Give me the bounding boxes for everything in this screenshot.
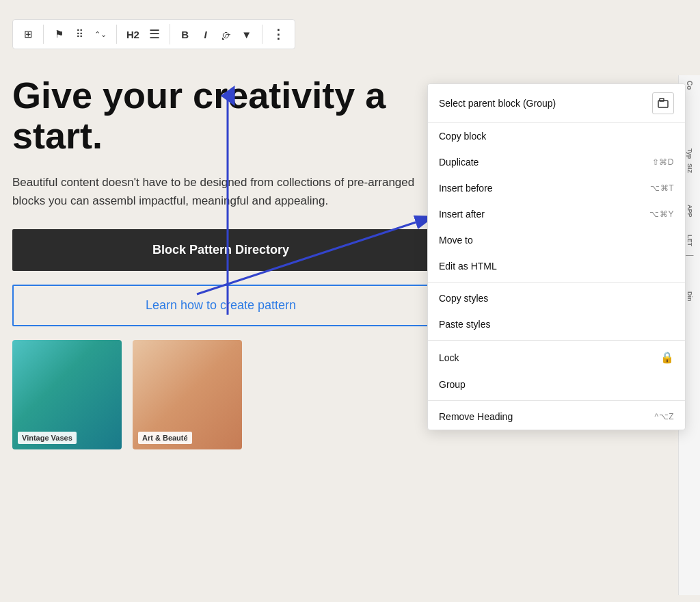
copy-block-item[interactable]: Copy block: [428, 123, 685, 149]
lock-item[interactable]: Lock 🔒: [428, 343, 685, 371]
context-menu-title: Select parent block (Group): [439, 98, 556, 109]
duplicate-shortcut: ⇧⌘D: [652, 157, 674, 167]
body-paragraph: Beautiful content doesn't have to be des…: [12, 173, 429, 210]
co-label: Co: [686, 81, 693, 90]
remove-heading-shortcut: ^⌥Z: [655, 412, 674, 421]
link-button[interactable]: ⌮: [217, 25, 236, 44]
copy-block-label: Copy block: [439, 131, 486, 142]
move-to-item[interactable]: Move to: [428, 227, 685, 253]
size-label: SIZ: [686, 163, 693, 173]
move-to-label: Move to: [439, 235, 473, 246]
lock-icon: 🔒: [660, 351, 674, 364]
image-card-vases-label: Vintage Vases: [18, 432, 77, 444]
move-up-down-button[interactable]: ⌃⌄: [90, 25, 111, 44]
toolbar-group-heading: H2 ☰: [122, 24, 170, 44]
divider-3: [428, 400, 685, 401]
block-icon-button[interactable]: ⊞: [18, 25, 38, 44]
edit-html-label: Edit as HTML: [439, 261, 497, 272]
app-label: APP: [686, 205, 693, 218]
link-cta-button[interactable]: Learn how to create pattern: [12, 285, 429, 326]
drag-handle-button[interactable]: ⠿: [70, 25, 89, 44]
paste-styles-label: Paste styles: [439, 319, 490, 330]
copy-styles-label: Copy styles: [439, 293, 488, 304]
h2-label: H2: [126, 29, 139, 40]
insert-before-shortcut: ⌥⌘T: [650, 183, 674, 193]
toolbar-group-more: ⋮: [268, 24, 289, 44]
parent-block-icon[interactable]: [652, 92, 674, 114]
toolbar-group-formatting: B I ⌮ ▼: [176, 25, 262, 44]
cta-button[interactable]: Block Pattern Directory: [12, 229, 429, 271]
list-style-button[interactable]: ☰: [145, 24, 164, 44]
toolbar-group-block: ⊞: [18, 25, 44, 44]
lock-label: Lock: [439, 352, 459, 363]
three-dots-button[interactable]: ⋮: [268, 24, 289, 44]
divider-1: [428, 282, 685, 283]
paste-styles-item[interactable]: Paste styles: [428, 311, 685, 337]
svg-rect-5: [660, 99, 664, 101]
remove-heading-label: Remove Heading: [439, 411, 513, 422]
page-heading: Give your creativity a start.: [12, 75, 422, 157]
duplicate-item[interactable]: Duplicate ⇧⌘D: [428, 149, 685, 175]
duplicate-label: Duplicate: [439, 157, 479, 168]
divider-2: [428, 340, 685, 341]
insert-after-label: Insert after: [439, 209, 485, 220]
insert-before-item[interactable]: Insert before ⌥⌘T: [428, 175, 685, 201]
insert-after-shortcut: ⌥⌘Y: [649, 209, 674, 219]
insert-after-item[interactable]: Insert after ⌥⌘Y: [428, 201, 685, 227]
insert-before-label: Insert before: [439, 183, 493, 194]
image-card-art: Art & Beauté: [133, 340, 242, 449]
let-label: LET: [686, 235, 693, 246]
more-options-chevron[interactable]: ▼: [237, 25, 256, 44]
group-label: Group: [439, 379, 466, 390]
toolbar-group-controls: ⚑ ⠿ ⌃⌄: [49, 25, 117, 44]
remove-heading-item[interactable]: Remove Heading ^⌥Z: [428, 404, 685, 430]
image-card-art-label: Art & Beauté: [138, 432, 192, 444]
dash-symbol: —: [686, 250, 694, 260]
image-card-vases: Vintage Vases: [12, 340, 122, 449]
bookmark-button[interactable]: ⚑: [49, 25, 68, 44]
italic-button[interactable]: I: [196, 25, 215, 44]
din-label: Din: [686, 291, 693, 302]
block-toolbar: ⊞ ⚑ ⠿ ⌃⌄ H2 ☰ B I ⌮ ▼ ⋮: [12, 19, 295, 49]
context-menu: Select parent block (Group) Copy block D…: [427, 83, 686, 430]
type-label: Typ: [686, 148, 693, 159]
copy-styles-item[interactable]: Copy styles: [428, 285, 685, 311]
bold-button[interactable]: B: [176, 25, 195, 44]
images-row: Vintage Vases Art & Beauté: [12, 340, 429, 449]
edit-html-item[interactable]: Edit as HTML: [428, 253, 685, 279]
group-item[interactable]: Group: [428, 371, 685, 397]
context-menu-header[interactable]: Select parent block (Group): [428, 84, 685, 123]
heading-h2-button[interactable]: H2: [122, 25, 144, 44]
